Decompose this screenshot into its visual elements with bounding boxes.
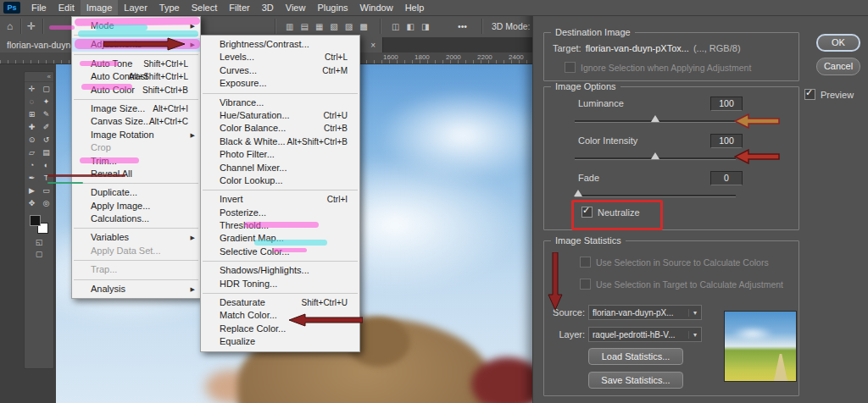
menu-item-brightness-contrast[interactable]: Brightness/Contrast... [201, 38, 359, 51]
menubar-image[interactable]: Image [81, 0, 119, 15]
menu-item-variables[interactable]: Variables▶ [72, 231, 200, 244]
pen-tool-icon[interactable]: ✒ [25, 171, 39, 184]
save-statistics-button[interactable]: Save Statistics... [588, 372, 683, 389]
crop-tool-icon[interactable]: ⊞ [25, 108, 39, 120]
hand-tool-icon[interactable]: ✥ [25, 196, 39, 209]
brush-tool-icon[interactable]: ✐ [39, 120, 53, 133]
zoom-tool-icon[interactable]: ◎ [39, 196, 53, 209]
marquee-tool-icon[interactable]: ▢ [39, 82, 53, 95]
menu-item-auto-contrast[interactable]: Auto ContrastAlt+Shift+Ctrl+L [72, 70, 200, 83]
foreground-color-swatch[interactable] [30, 215, 41, 226]
path-selection-tool-icon[interactable]: ▶ [25, 184, 39, 196]
eyedropper-tool-icon[interactable]: ✎ [39, 108, 53, 120]
menubar-type[interactable]: Type [153, 0, 186, 15]
menu-item-color-balance[interactable]: Color Balance...Ctrl+B [201, 122, 359, 135]
align-icon[interactable]: ▨ [345, 22, 353, 31]
menubar-filter[interactable]: Filter [223, 0, 255, 15]
toolbar-collapse-icon[interactable]: « [25, 72, 53, 82]
menu-item-label: Desaturate [220, 297, 265, 307]
load-statistics-button[interactable]: Load Statistics... [588, 348, 683, 365]
distribute-icon[interactable]: ◧ [406, 22, 414, 31]
align-icon[interactable]: ▤ [300, 22, 308, 31]
lasso-tool-icon[interactable]: ◌ [25, 95, 39, 108]
quick-selection-tool-icon[interactable]: ✦ [39, 95, 53, 108]
menu-item-analysis[interactable]: Analysis▶ [72, 283, 200, 295]
menubar-edit[interactable]: Edit [53, 0, 81, 15]
photoshop-logo-icon[interactable]: Ps [3, 2, 20, 14]
menu-item-hdr-toning[interactable]: HDR Toning... [201, 278, 359, 290]
clone-stamp-tool-icon[interactable]: ⊙ [25, 133, 39, 146]
distribute-icon[interactable]: ◨ [421, 22, 429, 31]
menubar-3d[interactable]: 3D [256, 0, 280, 15]
menu-item-equalize[interactable]: Equalize [201, 335, 359, 348]
menu-item-hue-saturation[interactable]: Hue/Saturation...Ctrl+U [201, 109, 359, 122]
target-label: Target: [553, 43, 581, 53]
distribute-icon[interactable]: ◫ [392, 22, 399, 31]
menu-item-exposure[interactable]: Exposure... [201, 77, 359, 90]
dropdown-arrow-icon[interactable]: ▾ [688, 331, 701, 339]
menu-item-color-lookup[interactable]: Color Lookup... [201, 174, 359, 187]
menubar-window[interactable]: Window [354, 0, 399, 15]
menu-item-duplicate[interactable]: Duplicate... [72, 186, 200, 199]
luminance-slider[interactable] [575, 115, 736, 124]
menubar-help[interactable]: Help [399, 0, 431, 15]
menu-item-black-white[interactable]: Black & White...Alt+Shift+Ctrl+B [201, 135, 359, 148]
color-intensity-value[interactable]: 100 [710, 134, 743, 148]
color-intensity-slider[interactable] [575, 152, 736, 161]
menu-item-posterize[interactable]: Posterize... [201, 207, 359, 219]
more-options-icon[interactable]: ••• [458, 15, 467, 37]
menu-item-levels[interactable]: Levels...Ctrl+L [201, 51, 359, 63]
align-icon[interactable]: ▩ [359, 22, 367, 31]
source-dropdown[interactable]: florian-van-duyn-pX... ▾ [588, 305, 702, 320]
menubar-select[interactable]: Select [186, 0, 224, 15]
menu-item-desaturate[interactable]: DesaturateShift+Ctrl+U [201, 296, 359, 309]
history-brush-tool-icon[interactable]: ↺ [39, 133, 53, 146]
eraser-tool-icon[interactable]: ▱ [25, 146, 39, 158]
slider-thumb[interactable] [651, 115, 659, 122]
menu-item-label: Hue/Saturation... [220, 110, 290, 120]
menubar-layer[interactable]: Layer [118, 0, 153, 15]
align-icon[interactable]: ▦ [315, 22, 323, 31]
shape-tool-icon[interactable]: ▭ [39, 184, 53, 196]
fade-value[interactable]: 0 [710, 171, 743, 185]
menu-item-label: Variables [91, 232, 129, 242]
menu-item-apply-image[interactable]: Apply Image... [72, 200, 200, 213]
luminance-value[interactable]: 100 [710, 97, 743, 111]
quick-mask-icon[interactable]: ◱ [36, 238, 43, 246]
menubar-plugins[interactable]: Plugins [311, 0, 353, 15]
tab-close-icon[interactable]: × [370, 41, 376, 50]
dodge-tool-icon[interactable]: ◐ [39, 158, 53, 171]
menu-item-invert[interactable]: InvertCtrl+I [201, 193, 359, 206]
slider-thumb[interactable] [651, 152, 659, 159]
gradient-tool-icon[interactable]: ▤ [39, 146, 53, 158]
blur-tool-icon[interactable]: ◔ [25, 158, 39, 171]
menubar-view[interactable]: View [280, 0, 312, 15]
menu-item-curves[interactable]: Curves...Ctrl+M [201, 64, 359, 77]
preview-checkbox[interactable]: ✓ [804, 89, 815, 100]
fade-slider[interactable] [575, 190, 736, 198]
screen-mode-icon[interactable]: ▢ [36, 250, 43, 258]
home-icon[interactable]: ⌂ [7, 15, 13, 37]
distribute-icons[interactable]: ◫◧◨ [392, 15, 429, 37]
color-swatches[interactable] [25, 213, 53, 236]
dropdown-arrow-icon[interactable]: ▾ [688, 309, 701, 317]
healing-brush-tool-icon[interactable]: ✚ [25, 120, 39, 133]
menu-item-shadows-highlights[interactable]: Shadows/Highlights... [201, 264, 359, 277]
align-icon[interactable]: ▥ [286, 22, 293, 31]
menu-item-photo-filter[interactable]: Photo Filter... [201, 148, 359, 161]
align-icon[interactable]: ▧ [330, 22, 337, 31]
cancel-button[interactable]: Cancel [816, 58, 860, 75]
luminance-label: Luminance [578, 98, 624, 108]
move-tool-option-icon[interactable]: ✛ [27, 15, 36, 37]
menu-item-image-rotation[interactable]: Image Rotation▶ [72, 129, 200, 141]
move-tool-icon[interactable]: ✛ [25, 82, 39, 95]
menu-item-canvas-size[interactable]: Canvas Size...Alt+Ctrl+C [72, 115, 200, 128]
ok-button[interactable]: OK [816, 34, 860, 52]
menu-item-calculations[interactable]: Calculations... [72, 213, 200, 225]
slider-thumb[interactable] [574, 190, 582, 196]
menu-item-image-size[interactable]: Image Size...Alt+Ctrl+I [72, 102, 200, 115]
menubar-file[interactable]: File [25, 0, 53, 15]
menu-item-channel-mixer[interactable]: Channel Mixer... [201, 162, 359, 174]
menu-item-vibrance[interactable]: Vibrance... [201, 97, 359, 109]
layer-dropdown[interactable]: raquel-pedrotti-hB-V... ▾ [588, 327, 702, 342]
